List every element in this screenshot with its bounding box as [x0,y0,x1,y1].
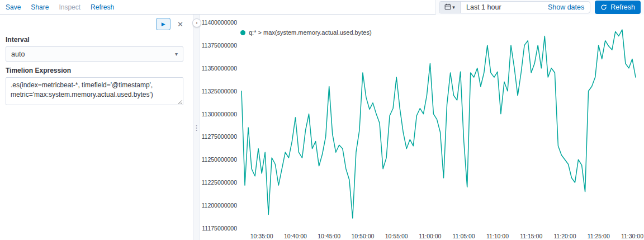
close-icon[interactable]: ✕ [177,21,183,28]
interval-value: auto [11,50,25,58]
top-bar: Save Share Inspect Refresh ▾ Last 1 hour… [0,0,644,15]
chart-pane: q:* > max(system.memory.actual.used.byte… [200,15,644,240]
timelion-expression-input[interactable]: .es(index=metricbeat-*, timefield='@time… [6,77,183,105]
interval-select[interactable]: auto ▾ [6,46,183,62]
play-button[interactable]: ▶ [156,18,171,30]
date-picker-group: ▾ Last 1 hour Show dates [439,1,590,13]
timeseries-line-chart [200,15,644,240]
time-range-value[interactable]: Last 1 hour [461,3,542,11]
save-button[interactable]: Save [6,3,21,11]
refresh-nav-button[interactable]: Refresh [91,3,114,11]
date-picker-bar: ▾ Last 1 hour Show dates Refresh [435,0,644,15]
calendar-icon [444,2,451,12]
legend-label: q:* > max(system.memory.actual.used.byte… [249,29,372,36]
interval-label: Interval [6,36,183,44]
chevron-left-icon: ‹ [196,20,198,26]
legend-dot-icon [240,30,245,35]
panel-resizer[interactable]: ⋮ [193,15,200,240]
quick-select-button[interactable]: ▾ [439,2,461,13]
kibana-timelion-app: Save Share Inspect Refresh ▾ Last 1 hour… [0,0,644,240]
chevron-down-icon: ▾ [452,5,455,10]
chevron-down-icon: ▾ [175,51,178,57]
editor-actions: ▶ ✕ [6,17,183,31]
drag-handle-icon: ⋮ [193,124,200,131]
top-nav: Save Share Inspect Refresh [0,3,114,11]
inspect-button[interactable]: Inspect [59,3,80,11]
expression-label: Timelion Expression [6,67,183,74]
timelion-editor-panel: ▶ ✕ Interval auto ▾ Timelion Expression … [0,15,193,240]
series-line [242,30,636,218]
collapse-panel-button[interactable]: ‹ [192,18,201,27]
play-icon: ▶ [162,21,165,27]
chart-legend[interactable]: q:* > max(system.memory.actual.used.byte… [240,29,372,36]
share-button[interactable]: Share [31,3,49,11]
refresh-button-label: Refresh [610,3,635,11]
show-dates-button[interactable]: Show dates [542,3,590,11]
refresh-icon [600,4,607,11]
refresh-button[interactable]: Refresh [595,1,641,14]
